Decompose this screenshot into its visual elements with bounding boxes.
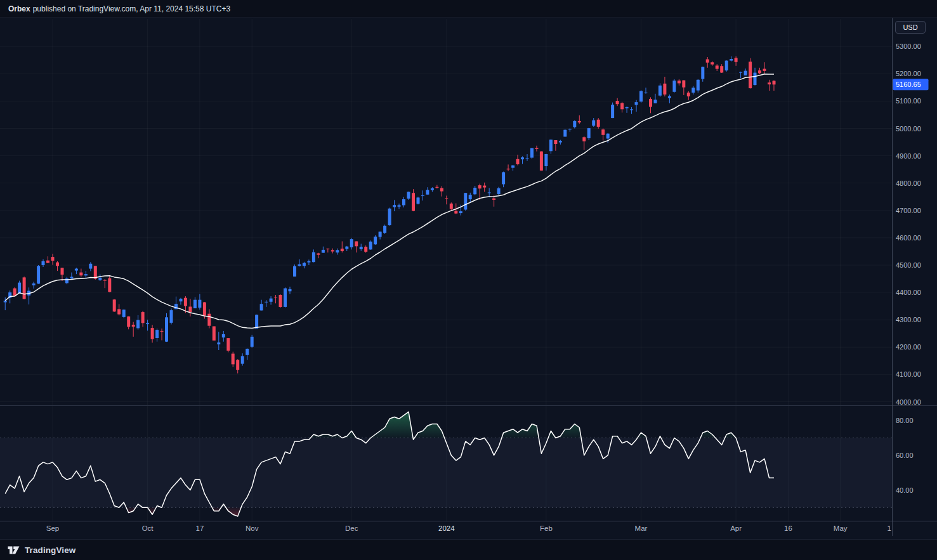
time-axis-label: Feb bbox=[540, 524, 553, 532]
time-axis-label: 16 bbox=[784, 524, 792, 532]
time-axis-label: May bbox=[834, 524, 848, 532]
price-axis-label: 4300.00 bbox=[896, 316, 921, 323]
time-axis-label: Apr bbox=[730, 524, 742, 532]
price-axis-label: 4400.00 bbox=[896, 289, 921, 296]
time-axis-label: 17 bbox=[196, 524, 204, 532]
chart-canvas[interactable]: 5300.005200.005100.005000.004900.004800.… bbox=[0, 18, 937, 539]
publish-header: Orbex published on TradingView.com, Apr … bbox=[0, 0, 937, 18]
price-axis-label: 5200.00 bbox=[896, 70, 921, 77]
currency-button[interactable]: USD bbox=[895, 21, 926, 34]
time-axis-label: 1 bbox=[888, 524, 891, 532]
chart-area: 5300.005200.005100.005000.004900.004800.… bbox=[0, 18, 937, 539]
publisher-name: Orbex bbox=[8, 4, 30, 13]
price-axis-label: 5300.00 bbox=[896, 42, 921, 50]
price-axis-label: 4200.00 bbox=[896, 343, 921, 351]
tradingview-chart-app: Orbex published on TradingView.com, Apr … bbox=[0, 0, 937, 560]
tradingview-logo-icon[interactable] bbox=[8, 545, 20, 555]
price-axis-label: 4700.00 bbox=[896, 207, 921, 214]
price-pane[interactable] bbox=[0, 19, 893, 405]
time-axis-label: Nov bbox=[246, 524, 259, 532]
price-axis-label: 5100.00 bbox=[896, 97, 921, 105]
time-axis-label: Dec bbox=[345, 524, 358, 532]
time-axis-label: 2024 bbox=[438, 524, 455, 532]
tradingview-brand[interactable]: TradingView bbox=[25, 545, 75, 555]
price-axis-label: 4100.00 bbox=[896, 370, 921, 378]
rsi-axis-label: 80.00 bbox=[896, 417, 914, 424]
price-axis-label: 4800.00 bbox=[896, 179, 921, 187]
rsi-axis-label: 60.00 bbox=[896, 452, 914, 459]
time-axis-label: Mar bbox=[635, 524, 648, 532]
price-axis-label: 4600.00 bbox=[896, 234, 921, 242]
footer: TradingView bbox=[0, 539, 937, 560]
rsi-pane[interactable] bbox=[0, 406, 893, 521]
rsi-axis-label: 40.00 bbox=[896, 486, 914, 494]
price-axis-label: 4900.00 bbox=[896, 152, 921, 160]
price-axis-label: 4000.00 bbox=[896, 398, 921, 406]
time-axis-label: Sep bbox=[46, 524, 59, 532]
price-axis-label: 4500.00 bbox=[896, 261, 921, 269]
publish-info: published on TradingView.com, Apr 11, 20… bbox=[33, 4, 230, 13]
time-axis-label: Oct bbox=[142, 524, 154, 532]
price-axis-label: 5000.00 bbox=[896, 125, 921, 133]
last-price-label: 5160.65 bbox=[896, 81, 921, 88]
